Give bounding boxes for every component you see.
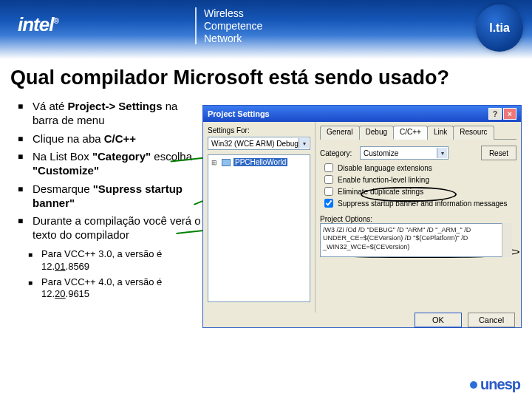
- bullet-2: Clique na aba C/C++: [18, 132, 202, 146]
- bullet-3-bold1: "Category": [92, 150, 151, 163]
- category-label: Category:: [320, 149, 355, 157]
- bullet-3-pre: Na List Box: [33, 150, 92, 163]
- slide-header: intel® Wireless Competence Network l.tia: [0, 0, 532, 59]
- dialog-right-pane: General Debug C/C++ Link Resourc Categor…: [316, 122, 521, 313]
- dialog-footer: OK Cancel: [203, 313, 521, 329]
- help-button[interactable]: ?: [488, 108, 502, 120]
- chk-func-linking[interactable]: [324, 175, 333, 184]
- bullet-4-pre: Desmarque: [33, 183, 93, 195]
- bullet-3: Na List Box "Category" escolha "Customiz…: [18, 150, 202, 178]
- footer-logo: unesp: [470, 376, 520, 393]
- unesp-text: unesp: [480, 376, 520, 393]
- sub1-u: 01: [55, 261, 65, 272]
- project-tree[interactable]: ⊞ PPCHelloWorld: [208, 154, 310, 302]
- program-name: Wireless Competence Network: [195, 7, 262, 44]
- slide: intel® Wireless Competence Network l.tia…: [0, 0, 532, 399]
- chk4-label: Suppress startup banner and information …: [338, 200, 508, 208]
- program-line-3: Network: [204, 33, 262, 45]
- bullet-2-bold: C/C++: [104, 132, 136, 145]
- settings-for-value: Win32 (WCE ARM) Debug: [211, 140, 299, 148]
- tia-logo-text: l.tia: [489, 21, 510, 35]
- bullet-1-bold: Project-> Settings: [68, 100, 163, 112]
- sub2-u: 20: [55, 288, 65, 299]
- tab-resource[interactable]: Resourc: [453, 126, 494, 140]
- close-button[interactable]: ×: [503, 108, 516, 120]
- project-options-label: Project Options:: [320, 215, 516, 223]
- intel-reg: ®: [53, 17, 58, 25]
- tab-debug[interactable]: Debug: [359, 126, 394, 140]
- chk2-label: Enable function-level linking: [338, 176, 429, 184]
- sub-bullet-2: Para VCC++ 4.0, a versão é 12.20.9615: [18, 276, 202, 301]
- intel-logo-text: intel: [18, 13, 53, 35]
- bullet-list: Vá até Project-> Settings na barra de me…: [18, 100, 202, 304]
- chevron-down-icon: ▾: [437, 148, 447, 158]
- dialog-left-pane: Settings For: Win32 (WCE ARM) Debug ▾ ⊞ …: [203, 122, 316, 313]
- bullet-2-pre: Clique na aba: [33, 132, 104, 145]
- settings-for-combo[interactable]: Win32 (WCE ARM) Debug ▾: [208, 137, 310, 150]
- ok-button[interactable]: OK: [415, 313, 462, 327]
- sub-bullet-1: Para VCC++ 3.0, a versão é 12.01.8569: [18, 248, 202, 273]
- tab-general[interactable]: General: [320, 126, 360, 140]
- chk-disable-lang-ext[interactable]: [324, 163, 333, 172]
- chk-suppress-banner[interactable]: [324, 199, 333, 208]
- tab-strip: General Debug C/C++ Link Resourc: [320, 125, 516, 140]
- bullet-3-bold2: "Customize": [33, 164, 99, 177]
- chk3-label: Eliminate duplicate strings: [338, 188, 423, 196]
- settings-for-label: Settings For:: [208, 126, 310, 134]
- tree-expand-icon[interactable]: ⊞: [211, 159, 217, 166]
- program-line-2: Competence: [204, 20, 262, 33]
- chk1-label: Disable language extensions: [338, 164, 432, 172]
- project-icon: [222, 159, 231, 166]
- tia-logo: l.tia: [476, 4, 523, 52]
- tree-item-label: PPCHelloWorld: [233, 158, 287, 166]
- tab-cpp[interactable]: C/C++: [393, 126, 428, 140]
- bullet-5: Durante a compilação você verá o texto d…: [18, 214, 202, 242]
- category-value: Customize: [364, 149, 398, 157]
- program-line-1: Wireless: [204, 7, 262, 20]
- dialog-titlebar[interactable]: Project Settings ? ×: [203, 106, 521, 122]
- category-combo[interactable]: Customize ▾: [360, 146, 449, 160]
- tab-link[interactable]: Link: [427, 126, 454, 140]
- dialog-title-text: Project Settings: [208, 109, 270, 118]
- sub2-post: .9615: [66, 288, 90, 299]
- bullet-1-pre: Vá até: [33, 100, 68, 112]
- project-settings-dialog: Project Settings ? × Settings For: Win32…: [202, 105, 522, 328]
- reset-button[interactable]: Reset: [481, 146, 516, 160]
- bullet-1: Vá até Project-> Settings na barra de me…: [18, 100, 202, 128]
- unesp-dot-icon: [470, 381, 477, 389]
- slide-title: Qual compilador Microsoft está sendo usa…: [10, 66, 449, 89]
- options-scrollbar[interactable]: [502, 223, 512, 257]
- bullet-4: Desmarque "Supress startup banner": [18, 183, 202, 211]
- intel-logo: intel®: [18, 13, 58, 36]
- chevron-down-icon: ▾: [299, 138, 309, 149]
- cancel-button[interactable]: Cancel: [468, 313, 515, 327]
- tree-item[interactable]: ⊞ PPCHelloWorld: [211, 158, 307, 166]
- project-options-text[interactable]: /W3 /Zi /Od /D "DEBUG" /D "ARM" /D "_ARM…: [320, 223, 512, 257]
- sub1-post: .8569: [66, 261, 90, 272]
- chk-elim-dup-strings[interactable]: [324, 187, 333, 196]
